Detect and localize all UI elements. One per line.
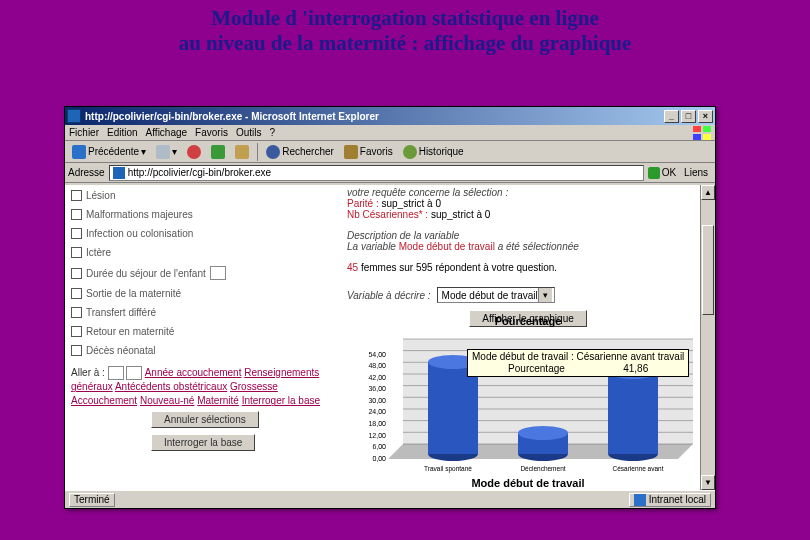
svg-text:42,00: 42,00 [368,374,386,381]
tiny-input[interactable] [210,266,226,280]
favorites-button[interactable]: Favoris [340,144,397,160]
checkbox[interactable] [71,326,82,337]
network-icon [634,494,646,506]
history-button[interactable]: Historique [399,144,468,160]
svg-text:48,00: 48,00 [368,362,386,369]
field-label: Sortie de la maternité [86,288,181,299]
menu-edit[interactable]: Edition [107,127,138,138]
forward-icon [156,145,170,159]
go-icon [648,167,660,179]
nav-link[interactable]: Grossesse [230,381,278,392]
back-button[interactable]: Précédente ▾ [68,144,150,160]
criterion-value: sup_strict à 0 [381,198,440,209]
status-zone: Intranet local [629,493,711,507]
stop-icon [187,145,201,159]
clear-selections-button[interactable]: Annuler sélections [151,411,259,428]
toolbar: Précédente ▾ ▾ Rechercher Favoris Histor… [65,141,715,163]
menubar: Fichier Edition Affichage Favoris Outils… [65,125,715,141]
variable-select[interactable]: Mode début de travail [437,287,555,303]
go-button[interactable]: OK [648,167,676,179]
chart-title: Pourcentage [347,315,709,327]
svg-text:12,00: 12,00 [368,432,386,439]
window-title: http://pcolivier/cgi-bin/broker.exe - Mi… [85,111,379,122]
close-button[interactable]: × [698,110,713,123]
svg-text:Travail spontané: Travail spontané [424,465,472,473]
query-database-button[interactable]: Interroger la base [151,434,255,451]
variable-label: Variable à décrire : [347,290,431,301]
star-icon [344,145,358,159]
menu-tools[interactable]: Outils [236,127,262,138]
vertical-scrollbar[interactable]: ▲ ▼ [700,185,715,490]
checkbox[interactable] [71,307,82,318]
scroll-down-button[interactable]: ▼ [701,475,715,490]
stop-button[interactable] [183,144,205,160]
svg-text:30,00: 30,00 [368,397,386,404]
svg-text:36,00: 36,00 [368,385,386,392]
menu-favorites[interactable]: Favoris [195,127,228,138]
svg-text:0,00: 0,00 [372,455,386,462]
checkbox[interactable] [71,268,82,279]
menu-file[interactable]: Fichier [69,127,99,138]
page-content: Lésion Malformations majeures Infection … [65,185,715,490]
address-label: Adresse [68,167,105,178]
address-value: http://pcolivier/cgi-bin/broker.exe [128,167,271,178]
refresh-button[interactable] [207,144,229,160]
address-input[interactable]: http://pcolivier/cgi-bin/broker.exe [109,165,644,181]
minimize-button[interactable]: _ [664,110,679,123]
nav-link[interactable]: Accouchement [71,395,137,406]
ms-logo-icon [693,126,711,140]
scroll-up-button[interactable]: ▲ [701,185,715,200]
goto-label: Aller à : [71,367,105,378]
checkbox[interactable] [71,228,82,239]
home-button[interactable] [231,144,253,160]
chart-area: Pourcentage Mode début de travail : Césa… [347,315,709,488]
field-label: Infection ou colonisation [86,228,193,239]
checkbox[interactable] [71,288,82,299]
nav-link[interactable]: Antécédents obstétricaux [115,381,227,392]
ie-icon [67,109,81,123]
checkbox[interactable] [71,190,82,201]
nav-link[interactable]: Nouveau-né [140,395,194,406]
goto-input-2[interactable] [126,366,142,380]
slide-title-line1: Module d 'interrogation statistique en l… [0,6,810,31]
bar-2 [518,426,568,461]
field-label: Transfert différé [86,307,156,318]
links-menu[interactable]: Liens [680,167,712,178]
goto-input-1[interactable] [108,366,124,380]
search-icon [266,145,280,159]
addressbar: Adresse http://pcolivier/cgi-bin/broker.… [65,163,715,183]
slide-title-line2: au niveau de la maternité : affichage du… [0,31,810,56]
forward-button[interactable]: ▾ [152,144,181,160]
scroll-thumb[interactable] [702,225,714,315]
refresh-icon [211,145,225,159]
back-icon [72,145,86,159]
svg-text:18,00: 18,00 [368,420,386,427]
maximize-button[interactable]: □ [681,110,696,123]
nav-link[interactable]: Année accouchement [145,367,242,378]
svg-point-27 [518,426,568,440]
field-label: Malformations majeures [86,209,193,220]
desc-text: a été sélectionnée [498,241,579,252]
page-icon [113,167,125,179]
menu-help[interactable]: ? [269,127,275,138]
field-label: Retour en maternité [86,326,174,337]
results-pane: votre requête concerne la sélection : Pa… [347,187,709,488]
nav-link[interactable]: Maternité [197,395,239,406]
field-label: Ictère [86,247,111,258]
criterion-label: Parité : [347,198,379,209]
toolbar-separator [257,143,258,161]
field-label: Durée du séjour de l'enfant [86,268,206,279]
search-button[interactable]: Rechercher [262,144,338,160]
quick-nav: Aller à : Année accouchement Renseigneme… [71,366,343,408]
selected-variable: Mode début de travail [399,241,495,252]
menu-view[interactable]: Affichage [146,127,188,138]
checkbox[interactable] [71,247,82,258]
criterion-label: Nb Césariennes* : [347,209,428,220]
nav-link[interactable]: Interroger la base [242,395,320,406]
count-line: 45 femmes sur 595 répondent à votre ques… [347,262,709,273]
criterion-value: sup_strict à 0 [431,209,490,220]
desc-text: La variable [347,241,396,252]
svg-rect-29 [608,372,658,454]
checkbox[interactable] [71,345,82,356]
checkbox[interactable] [71,209,82,220]
